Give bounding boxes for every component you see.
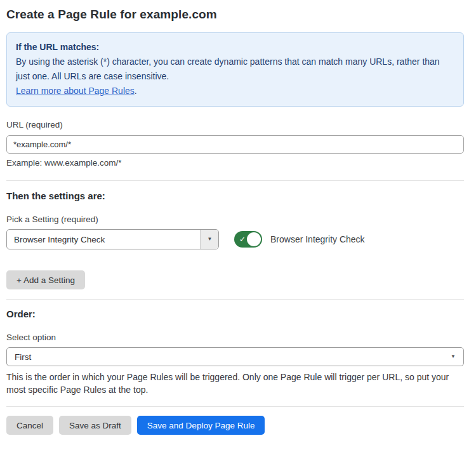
footer-actions: Cancel Save as Draft Save and Deploy Pag… <box>6 416 464 435</box>
divider <box>6 406 464 407</box>
info-box-heading: If the URL matches: <box>16 40 454 55</box>
order-select[interactable]: First ▼ <box>6 347 464 366</box>
settings-section-heading: Then the settings are: <box>6 190 464 201</box>
order-helper-text: This is the order in which your Page Rul… <box>6 371 464 396</box>
setting-dropdown-arrow-button[interactable]: ▼ <box>201 230 218 249</box>
browser-integrity-check-toggle[interactable]: ✓ <box>234 231 262 248</box>
order-select-value: First <box>15 352 31 362</box>
check-icon: ✓ <box>239 235 246 244</box>
link-suffix: . <box>135 86 137 96</box>
divider <box>6 180 464 181</box>
save-as-draft-button[interactable]: Save as Draft <box>59 416 131 435</box>
page-title: Create a Page Rule for example.com <box>6 8 464 22</box>
order-section-heading: Order: <box>6 308 464 319</box>
url-example-helper: Example: www.example.com/* <box>6 158 464 168</box>
toggle-knob <box>247 232 261 246</box>
learn-more-link[interactable]: Learn more about Page Rules <box>16 86 135 96</box>
cancel-button[interactable]: Cancel <box>6 416 53 435</box>
setting-dropdown[interactable]: Browser Integrity Check ▼ <box>6 229 219 249</box>
setting-dropdown-value: Browser Integrity Check <box>7 230 201 249</box>
save-and-deploy-button[interactable]: Save and Deploy Page Rule <box>137 416 265 435</box>
info-box-link-line: Learn more about Page Rules. <box>16 84 454 98</box>
toggle-label: Browser Integrity Check <box>270 234 365 244</box>
url-field-label: URL (required) <box>6 120 464 129</box>
setting-row: Browser Integrity Check ▼ ✓ Browser Inte… <box>6 229 464 249</box>
add-setting-button[interactable]: + Add a Setting <box>6 270 85 289</box>
divider <box>6 299 464 300</box>
url-match-info-box: If the URL matches: By using the asteris… <box>6 32 464 107</box>
chevron-down-icon: ▼ <box>451 354 456 359</box>
pick-setting-label: Pick a Setting (required) <box>6 215 464 224</box>
chevron-down-icon: ▼ <box>208 237 213 242</box>
info-box-body: By using the asterisk (*) character, you… <box>16 55 454 84</box>
url-input[interactable] <box>6 135 464 154</box>
select-option-label: Select option <box>6 333 464 342</box>
create-page-rule-form: Create a Page Rule for example.com If th… <box>0 0 476 457</box>
